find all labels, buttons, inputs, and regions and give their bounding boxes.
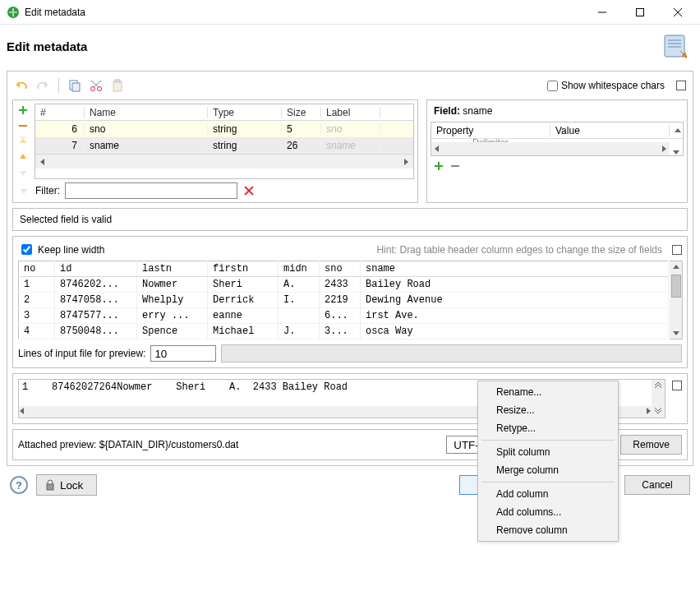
svg-rect-26 [47,484,53,490]
move-top-button[interactable] [16,135,30,148]
filter-apply-icon[interactable] [17,184,30,197]
property-panel: Field: sname Property Value Delimiter [426,99,688,203]
refresh-button-area[interactable] [221,344,682,362]
field-row[interactable]: 6 sno string 5 sno [35,121,413,137]
page-heading: Edit metadata [0,25,700,71]
ctx-retype[interactable]: Retype... [480,419,616,437]
move-up-button[interactable] [16,150,30,164]
data-vscroll[interactable] [670,261,683,339]
prop-remove-button[interactable] [449,159,462,173]
maximize-button[interactable] [621,0,659,25]
show-whitespace-input[interactable] [547,81,558,91]
show-whitespace-checkbox[interactable]: Show whitespace chars [547,80,665,91]
fields-table[interactable]: # Name Type Size Label 6 sno string 5 sn… [35,104,414,179]
ctx-rename[interactable]: Rename... [480,383,616,401]
right-arrow-icon[interactable] [400,156,412,168]
col-size[interactable]: Size [282,107,321,118]
left-arrow-icon[interactable] [37,156,48,168]
help-button[interactable]: ? [10,476,28,494]
property-body: Delimiter [431,139,683,155]
ctx-resize[interactable]: Resize... [480,401,616,419]
ctx-split[interactable]: Split column [480,443,616,461]
col-label[interactable]: Label [321,107,380,118]
up-arrow-icon[interactable] [670,125,683,136]
svg-rect-15 [113,81,122,91]
left-arrow-icon[interactable] [431,143,443,155]
right-arrow-icon[interactable] [645,406,652,418]
content-frame: Show whitespace chars # Name Type [7,71,693,466]
fields-panel: # Name Type Size Label 6 sno string 5 sn… [12,99,418,203]
table-row[interactable]: 18746202...NowmerSheriA.2433Bailey Road [19,277,669,293]
col-name[interactable]: Name [85,107,208,118]
down-arrow-icon[interactable] [670,327,682,339]
ctx-merge[interactable]: Merge column [480,461,616,479]
filter-clear-button[interactable] [242,184,256,197]
lines-label: Lines of input file for preview: [18,348,145,359]
titlebar: Edit metadata [0,0,700,25]
table-row[interactable]: 38747577...erry ...eanne6...irst Ave. [19,308,669,324]
scroll-thumb[interactable] [671,275,681,298]
minimize-button[interactable] [583,0,621,25]
app-icon [7,6,20,19]
close-button[interactable] [659,0,697,25]
up-arrow-icon[interactable] [670,261,682,273]
up-dbl-arrow-icon[interactable] [655,380,661,391]
show-whitespace-label: Show whitespace chars [561,80,665,91]
copy-button[interactable] [67,78,82,93]
property-table[interactable]: Property Value Delimiter [431,122,684,156]
col-value[interactable]: Value [550,125,670,136]
svg-point-12 [98,87,102,91]
placeholder-icon[interactable] [676,81,686,90]
fields-header: # Name Type Size Label [35,104,413,121]
down-dbl-arrow-icon[interactable] [655,406,661,418]
ctx-adds[interactable]: Add columns... [480,503,616,521]
right-arrow-icon[interactable] [658,143,670,155]
keep-line-width-input[interactable] [21,244,32,255]
data-header-row[interactable]: noid lastnfirstn midnsno sname [19,261,669,277]
svg-rect-5 [665,35,684,57]
remove-attach-button[interactable]: Remove [620,435,682,455]
prop-add-button[interactable] [432,159,445,173]
data-table-wrap: noid lastnfirstn midnsno sname 18746202.… [18,261,682,339]
col-property[interactable]: Property [431,125,550,136]
context-menu: Rename... Resize... Retype... Split colu… [477,381,619,542]
data-table[interactable]: noid lastnfirstn midnsno sname 18746202.… [18,261,669,339]
window-title: Edit metadata [25,7,85,18]
validation-bar: Selected field is valid [12,208,688,231]
svg-rect-16 [115,80,120,82]
attach-label: Attached preview: ${DATAIN_DIR}/customer… [18,439,238,450]
lock-button[interactable]: Lock [36,474,97,496]
filter-input[interactable] [65,182,237,199]
field-row[interactable]: 7 sname string 26 sname [35,137,413,154]
ctx-add[interactable]: Add column [480,485,616,503]
undo-button[interactable] [14,78,29,93]
table-row[interactable]: 48750048...SpenceMichaelJ.3...osca Way [19,324,669,339]
paste-button[interactable] [110,78,125,93]
col-num[interactable]: # [35,107,85,118]
lock-icon [45,479,55,491]
svg-point-11 [91,87,95,91]
cut-button[interactable] [89,78,104,93]
svg-rect-10 [72,83,80,91]
col-type[interactable]: Type [208,107,282,118]
svg-rect-2 [637,8,644,16]
fields-hscroll[interactable] [35,154,413,169]
move-down-button[interactable] [16,166,30,179]
placeholder-icon[interactable] [672,381,682,390]
left-arrow-icon[interactable] [19,406,25,418]
table-row[interactable]: 28747058...WhelplyDerrickI.2219Dewing Av… [19,293,669,308]
filter-label: Filter: [35,185,60,196]
redo-button[interactable] [35,78,50,93]
cancel-button[interactable]: Cancel [624,475,690,495]
keep-line-width-checkbox[interactable]: Keep line width [18,242,104,257]
toolbar: Show whitespace chars [12,76,688,99]
preview-panel: Keep line width Hint: Drag table header … [12,236,688,368]
property-title: Field: sname [434,105,684,117]
lines-input[interactable] [150,345,216,362]
ctx-remove[interactable]: Remove column [480,521,616,539]
page-title: Edit metadata [7,39,87,53]
preview-hint: Hint: Drag table header column edges to … [111,244,665,256]
placeholder-icon[interactable] [672,245,682,255]
remove-field-button[interactable] [16,119,30,132]
add-field-button[interactable] [16,104,30,117]
